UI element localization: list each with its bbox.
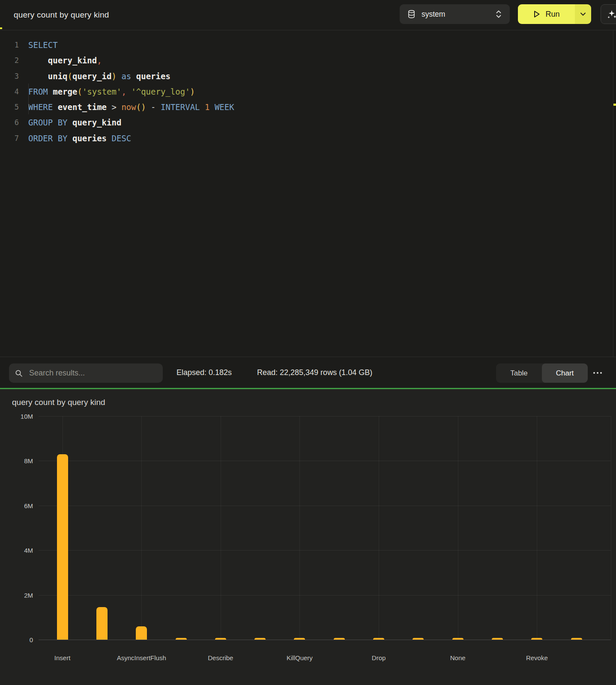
y-gridline [39, 461, 611, 461]
database-icon [407, 10, 416, 18]
line-number: 5 [0, 99, 19, 115]
bar-KillQuery[interactable] [294, 638, 305, 640]
read-stat: Read: 22,285,349 rows (1.04 GB) [257, 357, 372, 388]
y-gridline [39, 595, 611, 596]
line-number: 1 [0, 37, 19, 53]
x-gridline [379, 416, 379, 640]
search-results-box[interactable] [9, 363, 163, 383]
database-selector[interactable]: system [400, 4, 510, 24]
sql-editor[interactable]: 1SELECT2 query_kind,3 uniq(query_id) as … [0, 30, 616, 357]
code-line: 1SELECT [0, 37, 600, 53]
bar-Drop[interactable] [373, 638, 384, 640]
x-axis-label: Insert [26, 654, 99, 661]
elapsed-stat: Elapsed: 0.182s [176, 357, 232, 388]
y-gridline [39, 550, 611, 551]
plot-right-edge [611, 416, 611, 640]
bar-unlabeled-4[interactable] [176, 638, 187, 640]
database-selector-value: system [422, 10, 495, 19]
run-button[interactable]: Run [518, 4, 575, 24]
bar-unlabeled-8[interactable] [334, 638, 345, 640]
x-gridline [141, 416, 142, 640]
x-axis-label: AsyncInsertFlush [105, 654, 178, 661]
y-gridline [39, 640, 611, 640]
overview-ruler-marker [613, 104, 616, 106]
sql-console-window: query count by query kind system [0, 0, 616, 685]
bar-unlabeled-12[interactable] [492, 638, 503, 640]
run-split-button: Run [518, 4, 591, 24]
bar-chart: 02M4M6M8M10MInsertAsyncInsertFlushDescri… [0, 389, 616, 685]
bar-Insert[interactable] [57, 454, 68, 640]
bar-None[interactable] [452, 638, 463, 640]
y-axis-tick-label: 10M [7, 413, 33, 420]
x-axis-label: Drop [342, 654, 415, 661]
run-options-button[interactable] [575, 4, 591, 24]
chevron-down-icon [580, 12, 586, 16]
bar-unlabeled-10[interactable] [413, 638, 424, 640]
run-button-label: Run [545, 10, 559, 19]
code-line: 3 uniq(query_id) as queries [0, 68, 600, 84]
y-axis-tick-label: 6M [7, 502, 33, 509]
bar-unlabeled-2[interactable] [96, 607, 108, 640]
chevron-updown-icon [495, 9, 502, 19]
view-toggle: Table Chart [496, 363, 588, 383]
chart-panel: query count by query kind 02M4M6M8M10MIn… [0, 389, 616, 685]
tab-table[interactable]: Table [496, 363, 542, 383]
y-axis-tick-label: 2M [7, 591, 33, 599]
bar-Describe[interactable] [215, 638, 226, 640]
bar-Revoke[interactable] [531, 638, 542, 640]
more-options-button[interactable] [593, 357, 602, 388]
x-gridline [299, 416, 300, 640]
line-number: 3 [0, 68, 19, 84]
y-axis-tick-label: 4M [7, 547, 33, 554]
code-line: 5WHERE event_time > now() - INTERVAL 1 W… [0, 99, 600, 115]
x-axis-label: KillQuery [263, 654, 336, 661]
search-icon [15, 369, 23, 377]
code-line: 7ORDER BY queries DESC [0, 131, 600, 146]
play-icon [533, 10, 541, 18]
x-gridline [537, 416, 537, 640]
line-number: 6 [0, 115, 19, 130]
sql-code: 1SELECT2 query_kind,3 uniq(query_id) as … [0, 37, 600, 146]
code-line: 2 query_kind, [0, 53, 600, 68]
x-axis-label: None [422, 654, 494, 661]
x-axis-label: Revoke [500, 654, 573, 661]
x-gridline [221, 416, 221, 640]
x-gridline [458, 416, 458, 640]
tab-chart[interactable]: Chart [542, 363, 588, 383]
line-number: 7 [0, 131, 19, 146]
y-gridline [39, 416, 611, 417]
query-tab-title: query count by query kind [14, 0, 109, 30]
y-axis-tick-label: 8M [7, 457, 33, 465]
search-results-input[interactable] [28, 368, 157, 378]
y-gridline [39, 506, 611, 506]
bar-unlabeled-6[interactable] [254, 638, 266, 640]
overview-ruler[interactable] [613, 30, 616, 357]
bar-unlabeled-14[interactable] [571, 638, 582, 640]
code-line: 4FROM merge('system', '^query_log') [0, 84, 600, 99]
sparkles-icon [606, 9, 616, 20]
y-axis-tick-label: 0 [7, 636, 33, 643]
line-number: 2 [0, 53, 19, 68]
code-line: 6GROUP BY query_kind [0, 115, 600, 130]
editor-left-marker [0, 27, 2, 29]
top-bar: query count by query kind system [0, 0, 616, 30]
bar-AsyncInsertFlush[interactable] [136, 626, 147, 640]
ai-assist-button[interactable] [601, 4, 616, 24]
results-toolbar: Elapsed: 0.182s Read: 22,285,349 rows (1… [0, 357, 616, 388]
line-number: 4 [0, 84, 19, 99]
x-axis-label: Describe [184, 654, 257, 661]
indent-guide [28, 83, 29, 114]
